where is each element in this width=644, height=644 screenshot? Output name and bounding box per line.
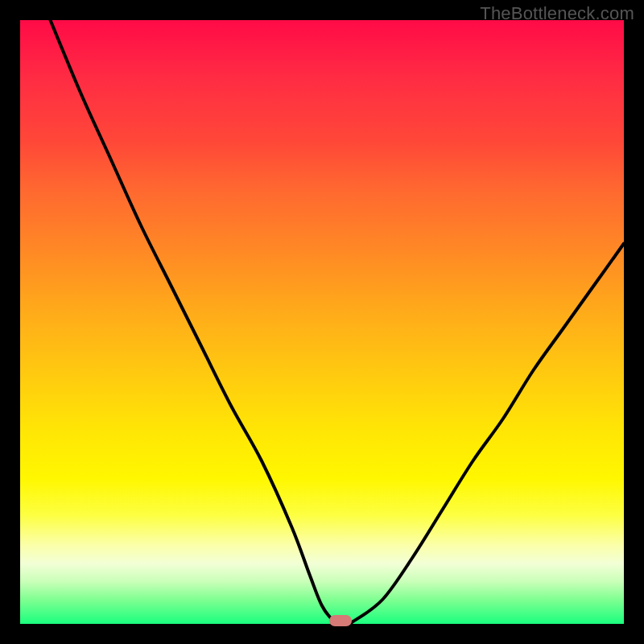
plot-area (20, 20, 624, 624)
watermark-text: TheBottleneck.com (480, 3, 634, 24)
chart-frame: TheBottleneck.com (0, 0, 644, 644)
curve-path (51, 20, 625, 624)
optimum-marker (329, 615, 352, 626)
bottleneck-curve (20, 20, 624, 624)
